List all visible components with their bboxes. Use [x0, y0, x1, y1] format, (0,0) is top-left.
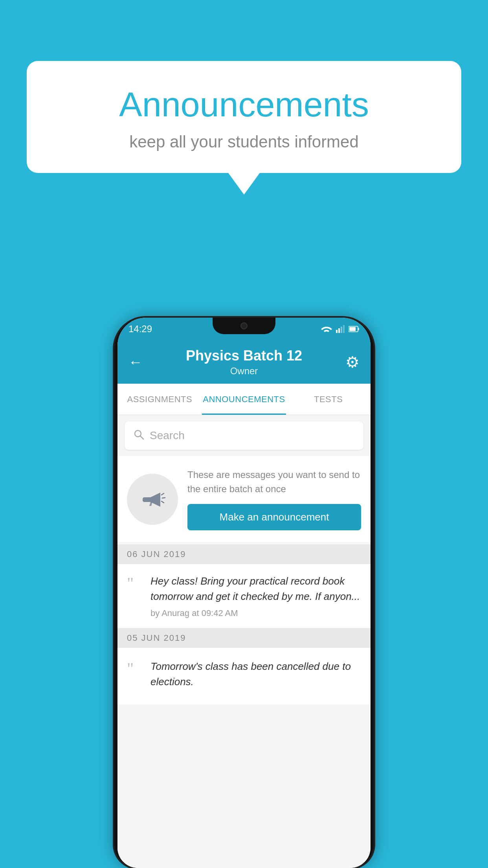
announcement-content-1: Hey class! Bring your practical record b…: [150, 574, 361, 618]
content-area: Search These are: [117, 415, 371, 868]
speech-bubble-title: Announcements: [50, 85, 438, 125]
tabs-container: ASSIGNMENTS ANNOUNCEMENTS TESTS: [117, 384, 371, 415]
svg-rect-6: [349, 327, 356, 331]
svg-line-8: [140, 436, 143, 439]
svg-line-10: [162, 498, 165, 498]
status-icons: [321, 325, 360, 333]
svg-rect-1: [338, 328, 340, 333]
signal-icon: [336, 325, 345, 333]
wifi-icon: [321, 325, 332, 333]
app-bar-subtitle: Owner: [186, 366, 302, 377]
tab-assignments[interactable]: ASSIGNMENTS: [117, 384, 202, 415]
date-separator-1: 06 JUN 2019: [117, 544, 371, 564]
search-icon: [133, 429, 144, 443]
announcement-meta-1: by Anurag at 09:42 AM: [150, 608, 361, 618]
app-bar-title: Physics Batch 12: [186, 348, 302, 364]
tab-announcements[interactable]: ANNOUNCEMENTS: [202, 384, 286, 415]
make-announcement-button[interactable]: Make an announcement: [187, 504, 361, 530]
svg-rect-2: [341, 327, 342, 333]
svg-rect-5: [358, 328, 359, 330]
promo-icon-circle: [127, 474, 178, 525]
app-bar: ← Physics Batch 12 Owner ⚙: [117, 340, 371, 384]
svg-line-11: [161, 501, 164, 503]
announcement-content-2: Tomorrow's class has been cancelled due …: [150, 659, 361, 693]
phone-notch: [213, 318, 275, 334]
app-bar-title-group: Physics Batch 12 Owner: [186, 348, 302, 377]
quote-icon-1: ": [127, 575, 143, 592]
speech-bubble-subtitle: keep all your students informed: [50, 132, 438, 151]
phone-screen: 14:29: [117, 318, 371, 868]
status-time: 14:29: [128, 324, 152, 335]
promo-card: These are messages you want to send to t…: [117, 456, 371, 542]
megaphone-icon: [139, 485, 166, 513]
promo-description: These are messages you want to send to t…: [187, 468, 361, 496]
svg-rect-3: [343, 325, 345, 333]
announcement-item-2[interactable]: " Tomorrow's class has been cancelled du…: [117, 648, 371, 704]
gear-button[interactable]: ⚙: [345, 353, 360, 371]
svg-rect-0: [336, 330, 338, 333]
back-button[interactable]: ←: [128, 354, 143, 370]
battery-icon: [349, 326, 360, 332]
date-separator-2: 05 JUN 2019: [117, 628, 371, 648]
quote-icon-2: ": [127, 660, 143, 677]
search-bar[interactable]: Search: [125, 421, 363, 450]
announcement-text-2: Tomorrow's class has been cancelled due …: [150, 659, 361, 690]
phone-frame: 14:29: [114, 318, 374, 868]
speech-bubble-arrow: [228, 173, 260, 195]
camera-icon: [240, 322, 248, 329]
speech-bubble-section: Announcements keep all your students inf…: [27, 61, 461, 195]
speech-bubble-card: Announcements keep all your students inf…: [27, 61, 461, 173]
search-placeholder: Search: [150, 429, 185, 442]
announcement-text-1: Hey class! Bring your practical record b…: [150, 574, 361, 604]
promo-right: These are messages you want to send to t…: [187, 468, 361, 530]
tab-tests[interactable]: TESTS: [286, 384, 371, 415]
svg-line-9: [161, 493, 164, 495]
announcement-item-1[interactable]: " Hey class! Bring your practical record…: [117, 564, 371, 628]
